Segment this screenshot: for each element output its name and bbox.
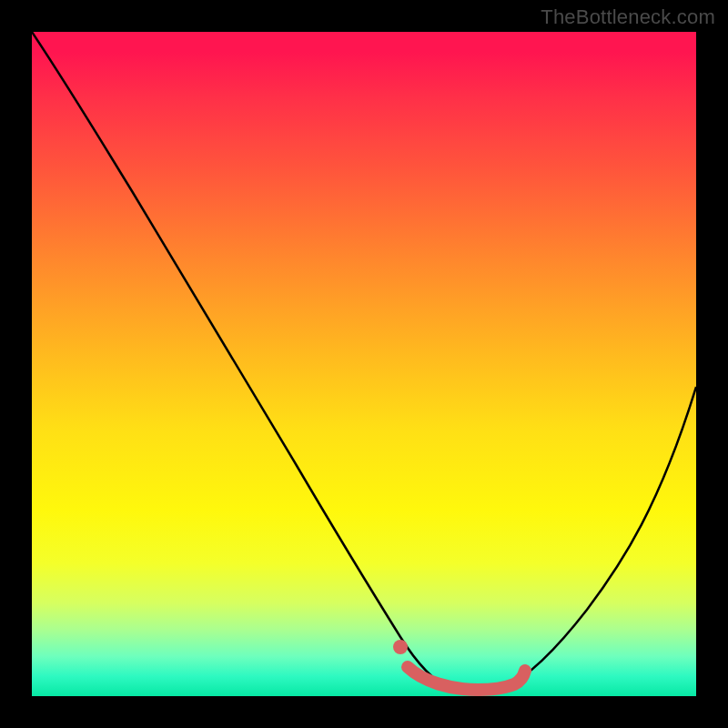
bottleneck-curve: [32, 32, 696, 693]
watermark-text: TheBottleneck.com: [541, 5, 715, 29]
highlight-dot: [393, 640, 408, 654]
curve-svg: [32, 32, 696, 696]
plot-area: [32, 32, 696, 696]
chart-frame: TheBottleneck.com: [0, 0, 728, 728]
